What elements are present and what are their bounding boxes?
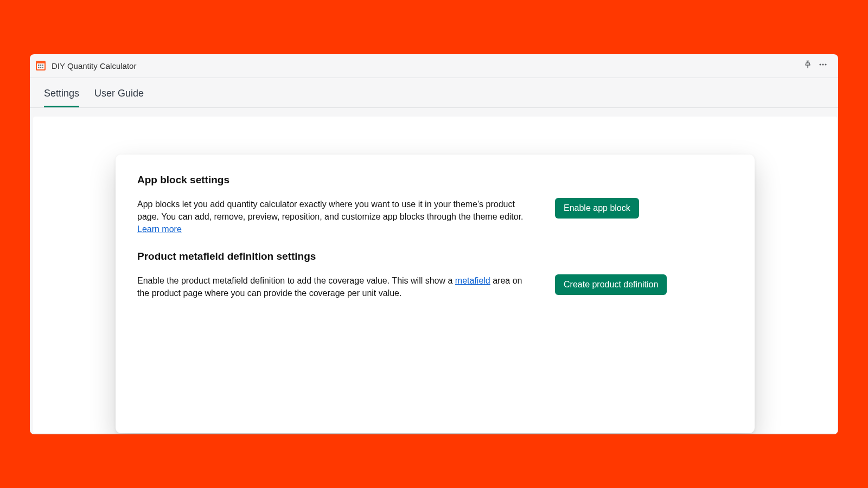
app-block-text-before: App blocks let you add quantity calculat…	[137, 200, 524, 221]
metafield-link[interactable]: metafield	[455, 276, 490, 285]
metafield-settings-text: Enable the product metafield definition …	[137, 274, 533, 299]
app-block-settings-title: App block settings	[137, 174, 733, 186]
metafield-settings-title: Product metafield definition settings	[137, 251, 733, 262]
enable-app-block-button[interactable]: Enable app block	[555, 198, 639, 219]
svg-point-9	[819, 63, 821, 65]
content-stage: App block settings App blocks let you ad…	[33, 117, 837, 433]
svg-point-10	[822, 63, 824, 65]
titlebar: DIY Quantity Calculator	[30, 54, 838, 78]
tab-user-guide[interactable]: User Guide	[94, 88, 144, 107]
pin-button[interactable]	[800, 58, 815, 73]
settings-card: App block settings App blocks let you ad…	[116, 155, 755, 433]
more-icon	[818, 60, 828, 72]
learn-more-link[interactable]: Learn more	[137, 224, 182, 234]
pin-icon	[803, 60, 812, 71]
svg-point-11	[825, 63, 826, 65]
app-title: DIY Quantity Calculator	[52, 61, 136, 70]
app-frame: DIY Quantity Calculator Settings User Gu…	[30, 54, 838, 434]
svg-rect-7	[40, 67, 42, 68]
metafield-settings-row: Enable the product metafield definition …	[137, 274, 733, 299]
svg-rect-8	[42, 67, 44, 68]
create-product-definition-button[interactable]: Create product definition	[555, 274, 667, 295]
metafield-text-before: Enable the product metafield definition …	[137, 276, 455, 285]
svg-rect-6	[38, 67, 40, 68]
tabs: Settings User Guide	[30, 78, 838, 108]
more-button[interactable]	[815, 58, 831, 73]
tab-settings[interactable]: Settings	[44, 88, 79, 107]
app-block-settings-row: App blocks let you add quantity calculat…	[137, 198, 733, 236]
svg-rect-5	[42, 65, 44, 66]
svg-rect-3	[38, 65, 40, 66]
svg-rect-2	[37, 62, 44, 63]
app-block-settings-text: App blocks let you add quantity calculat…	[137, 198, 533, 236]
svg-rect-4	[40, 65, 42, 66]
app-icon	[35, 60, 46, 71]
